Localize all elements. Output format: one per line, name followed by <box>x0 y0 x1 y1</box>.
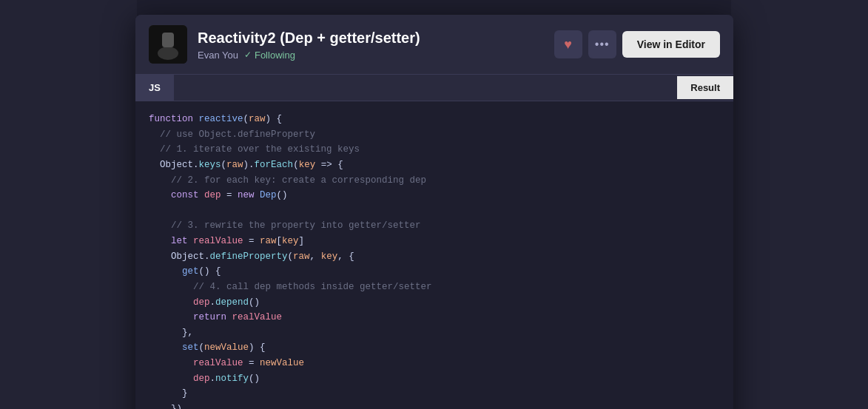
tab-result[interactable]: Result <box>677 76 733 99</box>
code-line: } <box>149 386 720 402</box>
code-line: set(newValue) { <box>149 340 720 356</box>
header-info: Reactivity2 (Dep + getter/setter) Evan Y… <box>198 29 554 61</box>
code-line: Object.keys(raw).forEach(key => { <box>149 158 720 173</box>
view-editor-button[interactable]: View in Editor <box>622 31 720 58</box>
code-line: }, <box>149 325 720 341</box>
code-line: function reactive(raw) { <box>149 112 720 127</box>
code-line: Object.defineProperty(raw, key, { <box>149 249 720 265</box>
author-name: Evan You <box>198 50 238 61</box>
code-line: dep.notify() <box>149 371 720 387</box>
svg-point-2 <box>158 47 178 60</box>
header-actions: ♥ ••• View in Editor <box>554 30 720 58</box>
modal-header: Reactivity2 (Dep + getter/setter) Evan Y… <box>135 15 733 75</box>
modal-container: Reactivity2 (Dep + getter/setter) Evan Y… <box>135 15 733 409</box>
code-line: // 4. call dep methods inside getter/set… <box>149 280 720 295</box>
modal-title: Reactivity2 (Dep + getter/setter) <box>198 29 554 47</box>
more-button[interactable]: ••• <box>588 30 616 58</box>
tab-js[interactable]: JS <box>135 75 174 101</box>
modal-tabs: JS Result <box>135 75 733 101</box>
following-label: Following <box>255 50 295 61</box>
checkmark-icon: ✓ <box>244 50 252 60</box>
code-line: // 1. iterate over the existing keys <box>149 142 720 158</box>
code-line: // 3. rewrite the property into getter/s… <box>149 218 720 234</box>
code-line: realValue = newValue <box>149 356 720 371</box>
left-panel-blur <box>0 0 137 409</box>
avatar <box>149 25 187 64</box>
heart-button[interactable]: ♥ <box>554 30 582 58</box>
code-line: const dep = new Dep() <box>149 188 720 203</box>
following-badge: ✓ Following <box>244 50 295 61</box>
code-line: return realValue <box>149 310 720 325</box>
code-line <box>149 203 720 219</box>
header-subtitle: Evan You ✓ Following <box>198 50 554 61</box>
code-area[interactable]: function reactive(raw) { // use Object.d… <box>135 101 733 409</box>
svg-rect-3 <box>162 33 174 47</box>
code-line: dep.depend() <box>149 295 720 311</box>
code-line: // use Object.defineProperty <box>149 127 720 143</box>
heart-icon: ♥ <box>564 37 572 53</box>
code-line: }) <box>149 402 720 409</box>
code-line: get() { <box>149 264 720 280</box>
right-panel-blur <box>731 0 868 409</box>
code-line: // 2. for each key: create a correspondi… <box>149 173 720 189</box>
more-icon: ••• <box>595 38 610 51</box>
code-line: let realValue = raw[key] <box>149 234 720 249</box>
